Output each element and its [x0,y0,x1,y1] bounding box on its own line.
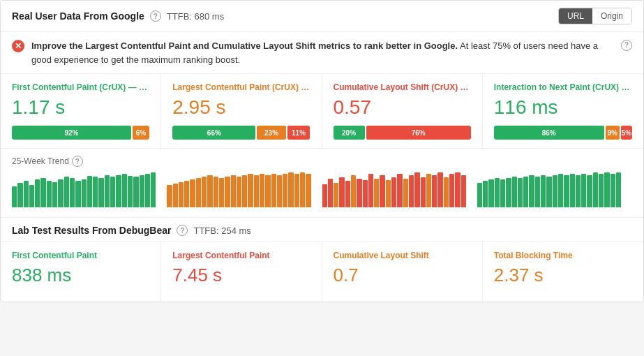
trend-bar-1-1 [173,184,178,207]
alert-help-icon[interactable]: ? [621,39,632,51]
trend-bar-3-21 [599,174,604,207]
crux-segment-1-1: 23% [257,126,285,140]
trend-bar-3-17 [576,175,581,207]
trend-bar-3-5 [506,178,511,207]
trend-bar-0-8 [58,179,63,207]
crux-metric-title-2: Cumulative Layout Shift (CrUX) … [334,82,471,92]
trend-bar-1-3 [184,181,189,207]
trend-bar-3-22 [604,172,609,207]
trend-bar-2-18 [426,174,431,207]
trend-bar-0-21 [133,177,138,207]
crux-metric-value-3: 116 ms [494,96,632,119]
trend-bar-2-7 [363,180,368,207]
trend-chart-1 [167,172,322,214]
trend-chart-0 [12,172,167,214]
crux-segment-3-2: 5% [621,126,632,140]
trend-bar-2-2 [334,183,338,207]
lab-ttfb: TTFB: 254 ms [193,225,250,236]
trend-bar-2-17 [421,177,426,207]
url-toggle-button[interactable]: URL [559,8,592,24]
crux-metric-title-3: Interaction to Next Paint (CrUX) … [494,82,632,92]
alert-close-icon[interactable]: ✕ [12,40,24,52]
trend-bar-2-15 [409,175,414,207]
trend-bar-0-14 [93,177,98,207]
trend-bar-3-20 [593,172,598,207]
lab-info-icon[interactable]: ? [177,225,188,236]
crux-segment-2-0: 20% [334,126,365,140]
trend-bar-1-16 [260,174,264,207]
trend-bar-2-22 [449,174,454,207]
trend-chart-3 [477,172,632,214]
crux-progress-bar-1: 66%23%11% [172,126,310,140]
trend-bar-1-21 [288,172,293,207]
trend-bar-0-22 [140,175,144,207]
trend-bar-0-19 [122,174,127,207]
trend-bar-0-9 [64,177,69,207]
trend-bar-2-21 [444,177,449,207]
trend-bar-1-0 [167,185,172,207]
crux-metric-title-0: First Contentful Paint (CrUX) — … [12,82,149,92]
crux-metric-card-2: Cumulative Layout Shift (CrUX) …0.5720%7… [322,74,483,148]
crux-metrics-grid: First Contentful Paint (CrUX) — …1.17 s9… [1,74,643,149]
trend-chart-2 [322,172,477,214]
trend-bar-3-14 [558,174,563,207]
lab-metrics-grid: First Contentful Paint838 msLargest Cont… [1,242,643,302]
trend-bar-3-15 [564,175,569,207]
trend-bar-2-14 [403,179,408,207]
lab-metric-title-1: Largest Contentful Paint [172,251,310,260]
trend-bar-0-12 [82,179,87,207]
lab-metric-title-3: Total Blocking Time [494,251,632,260]
trend-charts [12,172,632,214]
trend-bar-2-10 [380,175,384,207]
trend-bar-1-23 [300,172,305,207]
lab-metric-value-0: 838 ms [12,265,149,286]
lab-header: Lab Test Results From DebugBear ? TTFB: … [1,218,643,242]
trend-bar-3-7 [518,178,523,207]
trend-bar-1-6 [202,177,207,207]
trend-bar-0-1 [17,183,22,207]
real-user-data-header: Real User Data From Google ? TTFB: 680 m… [1,1,643,32]
crux-metric-card-0: First Contentful Paint (CrUX) — …1.17 s9… [1,74,161,148]
trend-bar-3-16 [570,174,575,207]
trend-bar-1-11 [231,175,236,207]
trend-bar-0-4 [35,179,40,207]
trend-bar-1-13 [242,175,247,207]
crux-metric-value-1: 2.95 s [172,96,310,119]
alert-message: Improve the Largest Contentful Paint and… [31,39,614,66]
alert-banner: ✕ Improve the Largest Contentful Paint a… [1,32,643,74]
trend-bar-3-3 [495,178,500,207]
trend-bar-1-15 [254,175,259,207]
trend-bar-1-22 [294,174,299,207]
trend-bar-1-19 [277,175,282,207]
lab-metric-title-2: Cumulative Layout Shift [334,251,471,260]
trend-bar-1-12 [237,177,241,207]
url-origin-toggle[interactable]: URL Origin [558,8,632,24]
trend-bar-1-7 [207,175,212,207]
crux-metric-title-1: Largest Contentful Paint (CrUX) … [172,82,310,92]
trend-bar-2-1 [328,179,333,207]
trend-bar-2-13 [397,174,402,207]
trend-bar-0-15 [98,178,103,207]
crux-segment-1-2: 11% [287,126,310,140]
trend-label: 25-Week Trend ? [12,156,632,167]
trend-bar-3-2 [488,179,493,207]
lab-metric-value-1: 7.45 s [172,265,310,286]
trend-bar-2-19 [432,175,437,207]
trend-bar-0-5 [40,178,45,207]
trend-bar-0-13 [87,176,92,207]
trend-bar-3-10 [535,177,540,207]
lab-metric-card-1: Largest Contentful Paint7.45 s [161,242,322,302]
header-info-icon[interactable]: ? [150,10,161,22]
trend-bar-1-17 [265,175,270,207]
lab-metric-value-3: 2.37 s [494,265,632,286]
crux-progress-bar-0: 92%6% [12,126,149,140]
origin-toggle-button[interactable]: Origin [592,8,631,24]
crux-segment-3-1: 9% [606,126,620,140]
crux-progress-bar-3: 86%9%5% [494,126,632,140]
trend-bar-1-18 [271,174,276,207]
trend-bar-2-4 [345,181,350,207]
trend-bar-3-19 [587,175,592,207]
trend-bar-3-4 [500,179,505,207]
trend-info-icon[interactable]: ? [72,156,83,167]
alert-message-bold: Improve the Largest Contentful Paint and… [31,40,458,51]
